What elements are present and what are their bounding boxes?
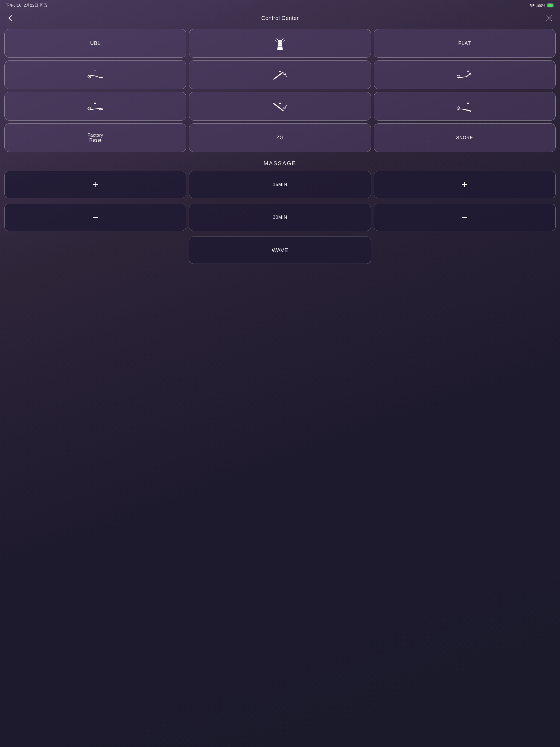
back-arrow-icon: [7, 15, 15, 21]
gear-icon: [545, 14, 553, 22]
flashlight-button[interactable]: [189, 29, 371, 58]
leg-down-icon: [456, 100, 473, 113]
30min-button[interactable]: 30MIN: [189, 204, 371, 231]
back-button[interactable]: [5, 12, 17, 24]
svg-line-31: [274, 103, 283, 110]
svg-marker-34: [467, 102, 469, 104]
back-down-button[interactable]: [189, 92, 371, 121]
svg-marker-30: [279, 102, 281, 104]
svg-marker-20: [467, 70, 469, 71]
leg-up-button[interactable]: [374, 60, 556, 89]
svg-line-17: [274, 72, 283, 79]
30min-label: 30MIN: [273, 215, 287, 220]
wave-placeholder-left: [4, 236, 186, 264]
zg-button[interactable]: ZG: [189, 123, 371, 152]
status-bar: 下午6:16 2月22日 周五 100%: [0, 0, 560, 10]
ubl-label: UBL: [90, 41, 101, 46]
back-down-icon: [272, 100, 288, 113]
head-down-icon: [87, 100, 104, 113]
plus-right-label: +: [462, 179, 467, 190]
leg-up-icon: [456, 68, 473, 82]
wave-row: WAVE: [4, 236, 556, 264]
settings-button[interactable]: [543, 12, 555, 24]
svg-rect-1: [548, 4, 553, 7]
ubl-button[interactable]: UBL: [4, 29, 186, 58]
factory-reset-button[interactable]: FactoryReset: [4, 123, 186, 152]
svg-point-2: [548, 17, 550, 19]
massage-row-1: + 15MIN +: [4, 171, 556, 198]
plus-left-button[interactable]: +: [4, 171, 186, 198]
battery-percent: 100%: [536, 4, 545, 8]
control-row-1: UBL FLAT: [4, 29, 556, 58]
wifi-icon: [530, 4, 535, 7]
wave-label: WAVE: [272, 247, 288, 254]
header: Control Center: [0, 10, 560, 27]
wave-button[interactable]: WAVE: [189, 236, 371, 264]
snore-label: SNORE: [456, 135, 473, 140]
svg-line-7: [275, 41, 277, 41]
15min-label: 15MIN: [273, 182, 287, 187]
svg-marker-11: [94, 70, 96, 71]
battery-icon: [547, 4, 555, 7]
control-row-2: [4, 60, 556, 89]
main-content: UBL FLAT: [0, 27, 560, 747]
minus-left-label: −: [93, 212, 98, 223]
status-right: 100%: [530, 4, 555, 8]
control-row-3: [4, 92, 556, 121]
massage-section-label: MASSAGE: [4, 160, 556, 166]
leg-down-button[interactable]: [374, 92, 556, 121]
control-row-4: FactoryReset ZG SNORE: [4, 123, 556, 152]
plus-left-label: +: [93, 179, 98, 190]
back-up-button[interactable]: [189, 60, 371, 89]
minus-left-button[interactable]: −: [4, 204, 186, 231]
wave-placeholder-right: [374, 236, 556, 264]
svg-marker-25: [94, 102, 96, 104]
svg-rect-8: [278, 40, 282, 42]
page-title: Control Center: [17, 15, 543, 21]
status-time: 下午6:16 2月22日 周五: [5, 3, 48, 8]
svg-marker-16: [279, 70, 281, 72]
plus-right-button[interactable]: +: [374, 171, 556, 198]
svg-line-4: [282, 38, 283, 40]
back-up-icon: [272, 68, 288, 82]
flat-label: FLAT: [458, 41, 471, 46]
zg-label: ZG: [276, 135, 284, 140]
head-up-icon: [87, 68, 104, 82]
minus-right-button[interactable]: −: [374, 204, 556, 231]
head-down-button[interactable]: [4, 92, 186, 121]
snore-button[interactable]: SNORE: [374, 123, 556, 152]
svg-point-26: [88, 107, 91, 110]
minus-right-label: −: [462, 212, 467, 223]
head-up-button[interactable]: [4, 60, 186, 89]
flashlight-icon: [272, 36, 288, 50]
svg-line-5: [277, 38, 278, 40]
massage-row-2: − 30MIN −: [4, 204, 556, 231]
flat-button[interactable]: FLAT: [374, 29, 556, 58]
svg-line-19: [285, 74, 286, 77]
svg-line-6: [283, 41, 285, 41]
15min-button[interactable]: 15MIN: [189, 171, 371, 198]
svg-line-33: [285, 105, 286, 107]
factory-reset-label: FactoryReset: [87, 133, 103, 143]
